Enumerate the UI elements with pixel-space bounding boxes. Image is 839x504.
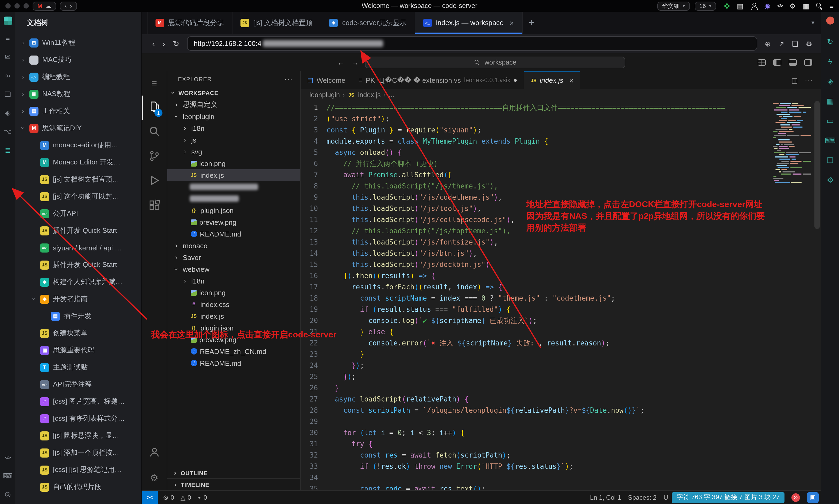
doc-tree-item[interactable]: APIAPI完整注释 — [16, 376, 141, 393]
code-line[interactable]: this.loadScript("/js/collapsecode.js"), — [326, 214, 821, 225]
new-tab-button[interactable]: + — [529, 17, 534, 28]
back-button[interactable]: ‹ — [65, 3, 67, 9]
status-ports[interactable]: ⌁0 — [198, 493, 207, 501]
code-line[interactable]: } else { — [326, 326, 821, 338]
explorer-folder[interactable]: ›i18n — [167, 122, 300, 134]
browser-settings-button[interactable]: ⚙ — [806, 39, 812, 48]
code-editor[interactable]: 1234567891011121314151617181920212223242… — [301, 101, 821, 490]
breadcrumb-item[interactable]: … — [388, 91, 395, 99]
explorer-folder[interactable]: ›leonplugin — [167, 110, 300, 122]
code-line[interactable]: await Promise.allSettled([ — [326, 169, 821, 180]
plant-icon[interactable]: ✤ — [724, 2, 730, 10]
close-icon[interactable]: × — [569, 76, 573, 85]
command-center[interactable]: workspace — [365, 56, 625, 68]
code-line[interactable]: ]).then((results) => { — [326, 270, 821, 281]
split-editor-button[interactable]: ▥ — [791, 76, 799, 84]
forward-button[interactable]: › — [70, 3, 72, 9]
code-line[interactable]: const res = await fetch(scriptPath); — [326, 450, 821, 461]
assistant-icon[interactable]: ▣ — [807, 492, 819, 503]
gear-icon[interactable]: ⚙ — [790, 2, 796, 10]
doc-tree-item[interactable]: ›⊞Win11教程 — [16, 34, 141, 51]
window-close-button[interactable] — [5, 3, 11, 8]
code-line[interactable]: this.loadScript("/js/dockbtn.js") — [326, 259, 821, 270]
code-line[interactable]: // this.loadScript("/js/theme.js"), — [326, 180, 821, 192]
code-line[interactable]: ("use strict"); — [326, 113, 821, 124]
back-button[interactable]: ‹ — [152, 39, 155, 48]
encoding-setting[interactable]: U — [664, 493, 668, 501]
explorer-folder[interactable]: ›svg — [167, 146, 300, 158]
calc-icon[interactable]: ▦ — [827, 97, 834, 105]
customize-layout-button[interactable] — [758, 59, 766, 66]
grid-icon[interactable]: ▦ — [803, 2, 809, 10]
do-not-disturb-icon[interactable]: ⊘ — [791, 493, 800, 502]
graph-icon[interactable]: ⌥ — [4, 125, 12, 137]
globe-icon[interactable]: ◉ — [764, 2, 770, 10]
help-icon[interactable]: ◎ — [5, 488, 11, 500]
gear-icon[interactable]: ⚙ — [827, 176, 833, 184]
doc-tree-item[interactable]: ›MAC技巧 — [16, 51, 141, 68]
chevron-icon[interactable]: › — [20, 107, 25, 115]
cursor-position[interactable]: Ln 1, Col 1 — [590, 493, 621, 501]
code-line[interactable]: } — [326, 382, 821, 394]
code-line[interactable]: console.error(`✖ 注入 ${scriptName} 失败:`, … — [326, 338, 821, 349]
extensions-view[interactable] — [142, 194, 167, 218]
history-back-button[interactable]: ← — [337, 58, 345, 67]
toggle-secondary-sidebar-button[interactable] — [804, 59, 812, 66]
reload-button[interactable]: ↻ — [173, 39, 179, 48]
doc-tree-item[interactable]: JS[css] [js] 思源笔记用… — [16, 461, 141, 479]
doc-tree-item[interactable]: JS[js] 鼠标悬浮块，显… — [16, 427, 141, 444]
code-line[interactable]: //======================================… — [326, 102, 821, 113]
doc-tree-item[interactable]: JS[js] 添加一个顶栏按… — [16, 444, 141, 461]
status-errors[interactable]: ⊗0 — [163, 493, 174, 501]
tag-icon[interactable]: ◈ — [5, 107, 11, 119]
code-line[interactable]: module.exports = class MyThemePlugin ext… — [326, 136, 821, 147]
code-icon[interactable]: </> — [777, 3, 783, 8]
chevron-icon[interactable]: › — [20, 90, 25, 98]
flash-icon[interactable]: ϟ — [828, 57, 832, 66]
doc-tree-item[interactable]: JS[js] 这个功能可以封… — [16, 188, 141, 205]
settings-button[interactable]: ⚙ — [142, 466, 167, 490]
card-icon[interactable]: ▭ — [827, 116, 834, 125]
doc-tree-item[interactable]: MMonaco Editor 开发… — [16, 154, 141, 171]
more-actions-button[interactable]: ··· — [805, 76, 814, 84]
folder-icon[interactable]: ❏ — [827, 156, 833, 164]
code-line[interactable]: const { Plugin } = require("siyuan"); — [326, 124, 821, 136]
code-line[interactable]: }); — [326, 360, 821, 371]
explorer-folder[interactable]: ›i18n — [167, 275, 300, 287]
open-external-button[interactable]: ↗ — [778, 39, 785, 48]
window-minimize-button[interactable] — [14, 3, 20, 8]
code-line[interactable]: } — [326, 349, 821, 360]
account-avatar[interactable] — [826, 17, 834, 24]
chevron-icon[interactable]: › — [30, 296, 37, 302]
breadcrumb-item[interactable]: index.js — [358, 91, 381, 99]
explorer-file[interactable]: preview.png — [167, 334, 300, 345]
more-actions-button[interactable]: ··· — [284, 75, 293, 83]
explorer-blur[interactable] — [167, 181, 300, 193]
doc-tree-item[interactable]: ›▤工作相关 — [16, 103, 141, 120]
status-warnings[interactable]: △0 — [181, 493, 191, 501]
explorer-file[interactable]: JSindex.js — [167, 310, 300, 322]
indentation-setting[interactable]: Spaces: 2 — [628, 493, 656, 501]
explorer-folder[interactable]: ›monaco — [167, 240, 300, 251]
doc-tree-item[interactable]: JS自己的代码片段 — [16, 479, 141, 496]
doc-tree-item[interactable]: JS插件开发 Quick Start — [16, 222, 141, 239]
toggle-sidebar-button[interactable] — [773, 59, 781, 66]
explorer-file[interactable]: {}plugin.json — [167, 322, 300, 334]
explorer-view[interactable]: 1 — [142, 95, 167, 120]
code-line[interactable]: // this.loadScript("/js/toptheme.js"), — [326, 225, 821, 236]
code-snippet-icon[interactable]: </> — [5, 452, 11, 464]
editor-tab[interactable]: ≡PK ⋅L[�C�� � extension.vsleonex-0.0.1.v… — [353, 71, 524, 89]
code-line[interactable]: const scriptName = index === 0 ? "theme.… — [326, 292, 821, 304]
explorer-file[interactable]: icon.png — [167, 158, 300, 169]
doc-list-icon[interactable]: ≡ — [6, 32, 10, 44]
explorer-blur[interactable] — [167, 193, 300, 204]
chevron-icon[interactable]: › — [19, 125, 27, 131]
search-icon[interactable] — [816, 3, 823, 9]
doc-tree-item[interactable]: JS插件开发 Quick Start — [16, 256, 141, 273]
explorer-folder[interactable]: ›webview — [167, 263, 300, 275]
doc-tree-item[interactable]: API公开API — [16, 205, 141, 222]
backlink-icon[interactable]: ∞ — [5, 69, 11, 81]
forward-button[interactable]: › — [162, 39, 165, 48]
keyboard-icon[interactable]: ⌨ — [825, 136, 836, 145]
code-content[interactable]: //======================================… — [326, 101, 821, 490]
